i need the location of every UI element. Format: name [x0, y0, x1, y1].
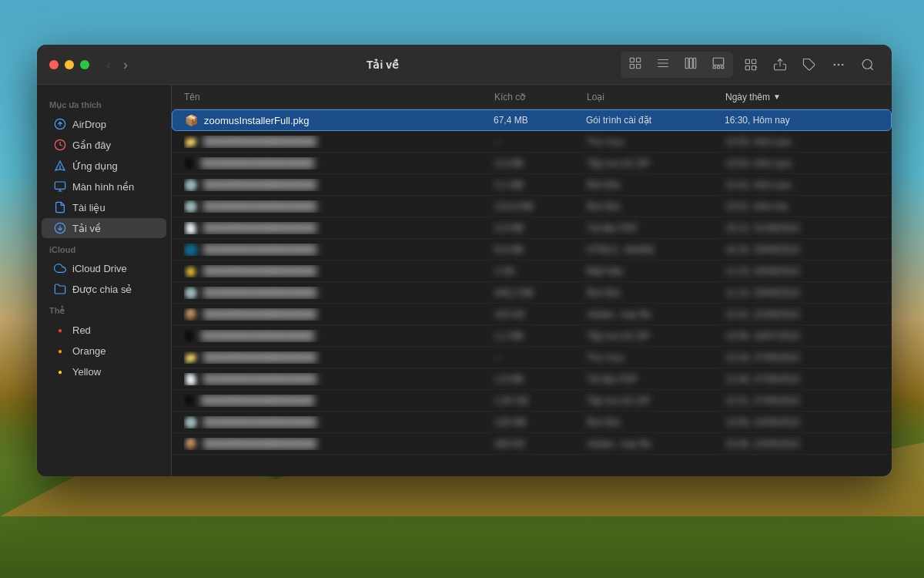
- sidebar-item-orange[interactable]: ● Orange: [42, 341, 166, 361]
- file-type: Adobe...hop file: [587, 309, 725, 320]
- col-name: Tên: [184, 92, 494, 102]
- table-row[interactable]: 📦 ████████████████ 489 KB Adobe...hop fi…: [172, 433, 892, 455]
- file-name-cell: 💿 ████████████████: [184, 179, 494, 191]
- file-date: 16:30, Hôm nay: [725, 115, 879, 126]
- forward-button[interactable]: ›: [119, 56, 132, 73]
- sidebar-item-label: Gần đây: [72, 139, 111, 151]
- sidebar-item-shared[interactable]: Được chia sẻ: [42, 279, 166, 299]
- file-date: 12:31, 27/06/2022: [725, 395, 879, 406]
- file-type: Biệt hiệu: [587, 266, 725, 277]
- col-date[interactable]: Ngày thêm ▼: [725, 92, 879, 102]
- file-type: Adobe...hop file: [587, 439, 725, 449]
- svg-line-24: [870, 67, 872, 69]
- sidebar-item-label: Tải về: [72, 223, 101, 234]
- maximize-button[interactable]: [80, 60, 89, 69]
- file-icon: ⭐: [184, 265, 197, 277]
- file-name-text: ████████████████: [203, 200, 316, 212]
- file-name-text: ████████████████: [201, 330, 314, 341]
- apps-icon: [54, 160, 66, 172]
- share-button[interactable]: [768, 55, 792, 75]
- svg-rect-3: [637, 64, 641, 68]
- toolbar-right: [621, 52, 879, 78]
- file-name-text: ████████████████: [203, 265, 316, 277]
- file-size: 128 MB: [494, 417, 587, 428]
- svg-rect-14: [745, 59, 749, 63]
- table-row[interactable]: 💿 ████████████████ 448,2 MB Ảnh Đĩa 11:1…: [172, 282, 892, 304]
- table-row[interactable]: ⭐ ████████████████ 2 KB Biệt hiệu 11:23,…: [172, 260, 892, 282]
- file-name-text: ████████████████: [203, 244, 316, 255]
- table-row[interactable]: 📦 zoomusInstallerFull.pkg 67,4 MB Gói tr…: [172, 109, 892, 131]
- file-date: 10:56, 18/07/2022: [725, 331, 879, 341]
- file-name-cell: 🗜 ████████████████: [184, 395, 494, 407]
- table-row[interactable]: 🗜 ████████████████ 2,6 MB Tệp lưu trữ ZI…: [172, 153, 892, 174]
- group-button[interactable]: [739, 55, 762, 75]
- file-name-cell: 📁 ████████████████: [184, 351, 494, 364]
- file-icon: 📦: [184, 308, 197, 321]
- file-type: Gói trình cài đặt: [586, 115, 725, 126]
- table-row[interactable]: 📁 ████████████████ -- Thư mục 10:55, Hôm…: [172, 131, 892, 153]
- file-date: 11:23, 29/08/2022: [725, 266, 879, 277]
- yellow-tag-icon: ●: [54, 365, 66, 378]
- main-area: Mục ưa thích AirDrop Gần đây: [37, 85, 892, 476]
- sidebar-item-recent[interactable]: Gần đây: [42, 135, 166, 155]
- table-row[interactable]: 📄 ████████████████ 3,6 MB Tài liệu PDF 1…: [172, 217, 892, 239]
- table-row[interactable]: 💿 ████████████████ 128 MB Ảnh Đĩa 13:56,…: [172, 412, 892, 433]
- file-icon: 📦: [184, 438, 197, 450]
- search-button[interactable]: [856, 55, 879, 75]
- sidebar: Mục ưa thích AirDrop Gần đây: [37, 85, 172, 476]
- file-icon: 📁: [184, 351, 197, 364]
- col-type: Loại: [587, 92, 725, 102]
- table-row[interactable]: 📄 ████████████████ 1,8 MB Tài liệu PDF 1…: [172, 368, 892, 390]
- table-row[interactable]: 📦 ████████████████ 416 KB Adobe...hop fi…: [172, 304, 892, 325]
- file-name-cell: 🗜 ████████████████: [184, 157, 494, 170]
- view-group: [621, 52, 733, 78]
- file-icon: 📄: [184, 222, 197, 234]
- file-icon: 💿: [184, 179, 197, 191]
- sidebar-item-documents[interactable]: Tài liệu: [42, 197, 166, 217]
- sidebar-item-apps[interactable]: Ứng dụng: [42, 156, 166, 176]
- file-name-text: ████████████████: [203, 373, 316, 385]
- tags-label: Thẻ: [37, 300, 171, 319]
- file-size: 2 KB: [494, 266, 587, 277]
- file-date: 15:51, Hôm kia: [725, 201, 879, 212]
- sidebar-item-downloads[interactable]: Tải về: [42, 218, 166, 238]
- gallery-view-button[interactable]: [705, 53, 732, 76]
- file-size: 1,94 GB: [494, 395, 587, 406]
- tag-button[interactable]: [798, 55, 821, 75]
- sidebar-item-label: Được chia sẻ: [72, 284, 132, 295]
- file-name-text: ████████████████: [203, 287, 316, 298]
- minimize-button[interactable]: [65, 60, 74, 69]
- sidebar-item-airdrop[interactable]: AirDrop: [42, 114, 166, 134]
- file-icon: 📦: [185, 114, 198, 126]
- desktop-icon: [54, 180, 66, 193]
- sidebar-item-label: Màn hình nền: [72, 181, 134, 193]
- sidebar-item-red[interactable]: ● Red: [42, 320, 166, 340]
- svg-rect-1: [637, 58, 641, 62]
- table-row[interactable]: 💿 ████████████████ 3,1 MB Ảnh Đĩa 10:42,…: [172, 174, 892, 196]
- downloads-icon: [54, 222, 66, 234]
- file-type: Ảnh Đĩa: [587, 287, 725, 298]
- column-view-button[interactable]: [678, 53, 704, 76]
- sidebar-item-desktop[interactable]: Màn hình nền: [42, 176, 166, 197]
- table-row[interactable]: 🗜 ████████████████ 1,94 GB Tệp lưu trữ Z…: [172, 390, 892, 412]
- svg-point-20: [838, 64, 839, 66]
- back-button[interactable]: ‹: [102, 56, 116, 73]
- svg-point-21: [842, 64, 844, 66]
- file-name-cell: 🗜 ████████████████: [184, 330, 494, 342]
- list-view-button[interactable]: [650, 53, 676, 76]
- titlebar: ‹ › Tải về: [37, 45, 892, 85]
- svg-rect-7: [685, 58, 688, 69]
- more-button[interactable]: [827, 55, 850, 75]
- sidebar-item-icloud-drive[interactable]: iCloud Drive: [42, 258, 166, 278]
- sidebar-item-yellow[interactable]: ● Yellow: [42, 361, 166, 381]
- close-button[interactable]: [49, 60, 59, 69]
- file-date: 15:42, 22/08/2022: [725, 309, 879, 320]
- sidebar-item-label: Tài liệu: [72, 202, 105, 213]
- table-row[interactable]: 📁 ████████████████ -- Thư mục 13:16, 27/…: [172, 347, 892, 368]
- table-row[interactable]: 💿 ████████████████ 124,8 MB Ảnh Đĩa 15:5…: [172, 196, 892, 217]
- table-row[interactable]: 🌐 ████████████████ 9,8 MB HTML5...WebM) …: [172, 239, 892, 260]
- table-row[interactable]: 🗜 ████████████████ 1,1 MB Tệp lưu trữ ZI…: [172, 325, 892, 347]
- icon-view-button[interactable]: [622, 53, 648, 76]
- file-size: 67,4 MB: [494, 115, 586, 126]
- file-name-cell: 📦 zoomusInstallerFull.pkg: [185, 114, 494, 126]
